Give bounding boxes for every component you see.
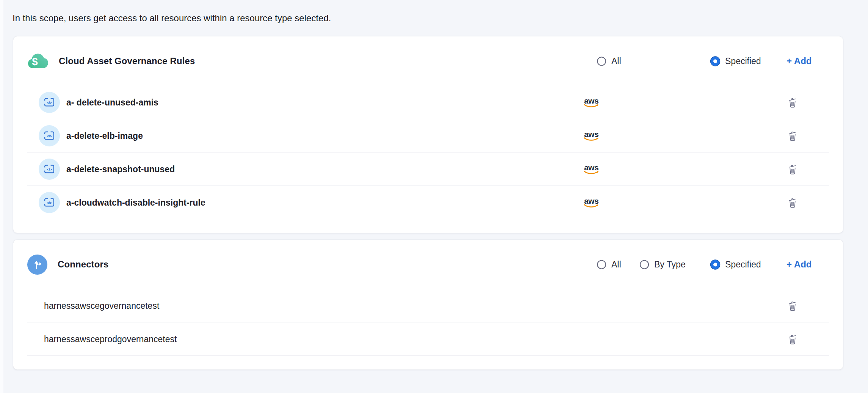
aws-logo: aws [583, 130, 600, 142]
trash-icon [788, 164, 797, 174]
radio-label: Specified [725, 259, 761, 270]
svg-text:</>: </> [47, 101, 52, 105]
resource-scope-page: In this scope, users get access to all r… [0, 0, 868, 393]
connector-name: harnessawsceprodgovernancetest [44, 334, 177, 344]
aws-logo: aws [583, 163, 600, 175]
card-header: $ Cloud Asset Governance Rules + Add All… [13, 36, 843, 86]
radio-selected-icon[interactable] [711, 260, 720, 269]
radio-unselected-icon[interactable] [640, 260, 649, 269]
add-button[interactable]: + Add [787, 259, 812, 270]
radio-label: All [611, 259, 621, 270]
radio-option-by-type[interactable]: By Type [640, 259, 686, 270]
card-header: Connectors + Add AllBy TypeSpecified [13, 240, 843, 289]
add-button[interactable]: + Add [787, 56, 812, 66]
scope-radio-group: + Add AllBy TypeSpecified [597, 240, 815, 289]
card-title: Connectors [58, 259, 108, 270]
radio-option-all[interactable]: All [597, 259, 621, 270]
connectors-card: Connectors + Add AllBy TypeSpecified har… [13, 240, 843, 369]
delete-button[interactable] [788, 334, 797, 344]
scope-radio-group: + Add AllSpecified [597, 36, 815, 86]
governance-rule-icon: </> [39, 92, 60, 113]
governance-rule-icon: </> [39, 159, 60, 180]
svg-text:$: $ [32, 56, 38, 68]
radio-label: Specified [725, 56, 761, 66]
connector-name: harnessawscegovernancetest [44, 301, 159, 311]
rule-name: a-delete-elb-image [66, 131, 143, 141]
delete-button[interactable] [788, 164, 797, 174]
radio-option-specified[interactable]: Specified [711, 259, 761, 270]
card-title: Cloud Asset Governance Rules [59, 56, 195, 66]
radio-option-specified[interactable]: Specified [711, 56, 761, 66]
rule-name: a-cloudwatch-disable-insight-rule [66, 198, 205, 208]
svg-text:</>: </> [47, 168, 52, 171]
connectors-list: harnessawscegovernancetest harnessawscep… [13, 289, 843, 356]
connector-row: harnessawscegovernancetest [13, 289, 843, 322]
delete-button[interactable] [788, 130, 797, 141]
radio-selected-icon[interactable] [711, 57, 720, 66]
delete-button[interactable] [788, 97, 797, 108]
aws-logo: aws [583, 197, 600, 209]
svg-text:</>: </> [47, 134, 52, 138]
radio-unselected-icon[interactable] [597, 260, 606, 269]
trash-icon [788, 300, 797, 311]
scope-description: In this scope, users get access to all r… [13, 13, 331, 24]
aws-logo: aws [583, 97, 600, 108]
delete-button[interactable] [788, 300, 797, 311]
rule-row: </> a- delete-unused-amis aws [13, 86, 843, 119]
svg-text:</>: </> [47, 201, 52, 205]
cloud-dollar-icon: $ [27, 50, 49, 72]
governance-rule-icon: </> [39, 192, 60, 213]
trash-icon [788, 97, 797, 108]
rule-row: </> a-cloudwatch-disable-insight-rule aw… [13, 186, 843, 219]
rule-name: a- delete-unused-amis [66, 97, 158, 108]
rule-row: </> a-delete-snapshot-unused aws [13, 152, 843, 186]
trash-icon [788, 334, 797, 344]
radio-option-all[interactable]: All [597, 56, 621, 66]
rules-list: </> a- delete-unused-amis aws [13, 86, 843, 219]
branch-arrows-icon [27, 255, 47, 275]
radio-label: By Type [654, 259, 686, 270]
rule-name: a-delete-snapshot-unused [66, 164, 175, 174]
trash-icon [788, 130, 797, 141]
governance-rule-icon: </> [39, 125, 60, 146]
connector-row: harnessawsceprodgovernancetest [13, 322, 843, 356]
radio-unselected-icon[interactable] [597, 57, 606, 66]
delete-button[interactable] [788, 197, 797, 208]
trash-icon [788, 197, 797, 208]
rule-row: </> a-delete-elb-image aws [13, 119, 843, 152]
governance-rules-card: $ Cloud Asset Governance Rules + Add All… [13, 36, 843, 233]
left-gutter [0, 0, 3, 393]
radio-label: All [611, 56, 621, 66]
